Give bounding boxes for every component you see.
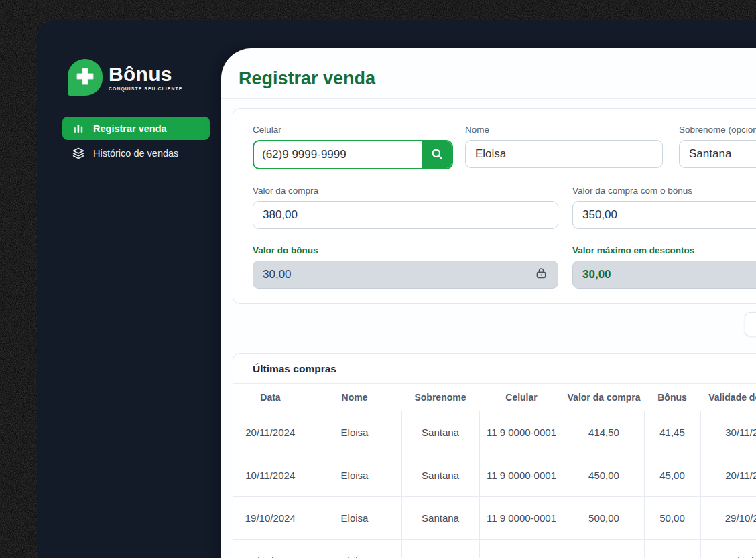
sidebar: Bônus CONQUISTE SEU CLIENTE Registrar ve… [37, 20, 221, 558]
valor-compra-label: Valor da compra [253, 186, 558, 196]
table-cell: Santana [401, 454, 479, 497]
sidebar-item-registrar-venda[interactable]: Registrar venda [62, 117, 210, 140]
valor-bonus-label: Valor do bônus [253, 245, 558, 255]
celular-input[interactable]: (62)9 9999-9999 [254, 141, 422, 168]
valor-bonus-input: 30,00 [253, 261, 558, 289]
valor-max-descontos-input: 30,00 [572, 261, 756, 289]
table-cell: 500,00 [564, 497, 644, 540]
table-cell: 35,00 [644, 540, 700, 558]
sidebar-divider [62, 111, 210, 111]
bar-chart-icon [72, 122, 85, 135]
table-cell: 50,00 [644, 497, 700, 540]
table-cell: 414,50 [564, 411, 644, 454]
logo-bubble [68, 59, 103, 96]
table-header-row: Data Nome Sobrenome Celular Valor da com… [233, 384, 756, 411]
valor-max-descontos-label: Valor máximo em descontos [572, 245, 756, 255]
app-logo: Bônus CONQUISTE SEU CLIENTE [37, 59, 221, 96]
layers-icon [72, 147, 85, 160]
last-purchases-card: Últimas compras Data Nome Sobrenome Celu… [233, 353, 756, 558]
table-cell: 30/11/2024 [700, 411, 756, 454]
table-cell: 41,45 [644, 411, 700, 454]
table-cell: 11 9 0000-0001 [479, 540, 564, 558]
table-cell: 20/11/2024 [233, 411, 308, 454]
col-header-nome: Nome [308, 384, 401, 411]
table-cell: 11 9 0000-0001 [479, 497, 564, 540]
valor-compra-input[interactable]: 380,00 [253, 201, 558, 229]
sidebar-item-label: Histórico de vendas [93, 148, 178, 159]
sidebar-item-historico-de-vendas[interactable]: Histórico de vendas [62, 141, 210, 165]
valor-max-descontos-value: 30,00 [582, 268, 611, 281]
table-cell: 20/10/2024 [700, 540, 756, 558]
table-row: 20/11/2024EloisaSantana11 9 0000-0001414… [233, 411, 756, 454]
sidebar-item-label: Registrar venda [93, 123, 167, 134]
table-row: 10/10/2024EloisaSantana11 9 0000-0001355… [233, 540, 756, 558]
app-window: Bônus CONQUISTE SEU CLIENTE Registrar ve… [37, 20, 756, 558]
nome-label: Nome [465, 125, 663, 135]
table-cell: 19/10/2024 [233, 497, 308, 540]
table-cell: Santana [401, 497, 479, 540]
table-cell: Eloisa [308, 540, 401, 558]
col-header-celular: Celular [479, 384, 564, 411]
table-cell: Santana [401, 540, 479, 558]
main-panel: Registrar venda Celular (62)9 9999-9999 [221, 48, 756, 558]
table-cell: 11 9 0000-0001 [479, 411, 564, 454]
table-title: Últimas compras [233, 354, 756, 383]
sobrenome-label: Sobrenome (opcional) [679, 125, 756, 135]
table-cell: Eloisa [308, 411, 401, 454]
col-header-sobrenome: Sobrenome [401, 384, 479, 411]
valor-bonus-value: 30,00 [263, 268, 292, 281]
table-row: 10/11/2024EloisaSantana11 9 0000-0001450… [233, 454, 756, 497]
table-cell: 450,00 [564, 454, 644, 497]
logo-tagline: CONQUISTE SEU CLIENTE [109, 86, 182, 91]
title-divider [221, 98, 756, 99]
page-title: Registrar venda [239, 68, 756, 89]
nome-input[interactable]: Eloisa [465, 140, 663, 168]
cancel-button[interactable]: Cancelar [745, 312, 756, 336]
register-sale-form: Celular (62)9 9999-9999 [233, 108, 756, 304]
plus-icon [74, 65, 97, 90]
col-header-valor-da-compra: Valor da compra [564, 384, 644, 411]
table-cell: Eloisa [308, 454, 401, 497]
table-cell: 10/11/2024 [233, 454, 308, 497]
table-cell: 355,00 [564, 540, 644, 558]
table-cell: 20/11/2024 [700, 454, 756, 497]
table-cell: 10/10/2024 [233, 540, 308, 558]
valor-compra-bonus-label: Valor da compra com o bônus [572, 186, 756, 196]
lock-icon [534, 266, 548, 283]
col-header-bonus: Bônus [644, 384, 700, 411]
celular-label: Celular [253, 125, 453, 135]
last-purchases-table: Data Nome Sobrenome Celular Valor da com… [233, 383, 756, 558]
logo-title: Bônus [109, 64, 182, 85]
col-header-validade: Validade do bônus [700, 384, 756, 411]
search-icon [430, 147, 444, 163]
table-cell: 45,00 [644, 454, 700, 497]
table-row: 19/10/2024EloisaSantana11 9 0000-0001500… [233, 497, 756, 540]
sobrenome-input[interactable]: Santana [679, 140, 756, 168]
table-cell: Eloisa [308, 497, 401, 540]
sidebar-nav: Registrar venda Histórico de vendas [37, 111, 221, 165]
search-button[interactable] [422, 141, 452, 168]
celular-input-group: (62)9 9999-9999 [253, 140, 453, 169]
valor-compra-bonus-input[interactable]: 350,00 [572, 201, 756, 229]
table-cell: 11 9 0000-0001 [479, 454, 564, 497]
table-cell: 29/10/2024 [700, 497, 756, 540]
col-header-data: Data [233, 384, 308, 411]
table-cell: Santana [401, 411, 479, 454]
